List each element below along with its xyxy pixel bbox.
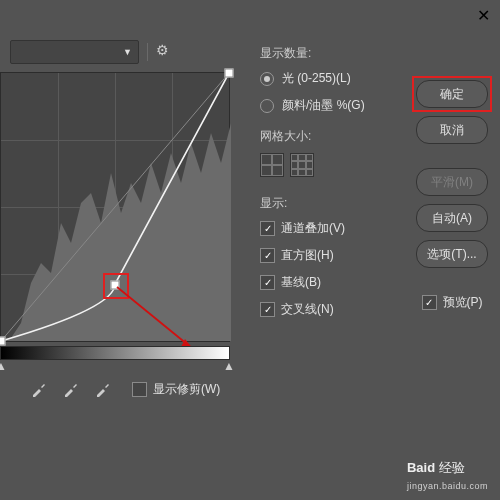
preview-checkbox[interactable]: 预览(P) [422,294,483,311]
checkbox-icon [260,221,275,236]
eyedropper-row: 显示修剪(W) [0,360,240,398]
svg-line-0 [1,73,229,341]
preset-dropdown[interactable]: ▼ [10,40,139,64]
radio-icon [260,72,274,86]
ok-button[interactable]: 确定 [416,80,488,108]
watermark-url: jingyan.baidu.com [407,481,488,491]
curve-toolbar: ▼ ⚙ [0,40,240,72]
radio-pigment-label: 颜料/油墨 %(G) [282,97,365,114]
cb-label: 通道叠加(V) [281,220,345,237]
cb-label: 直方图(H) [281,247,334,264]
cb-label: 基线(B) [281,274,321,291]
curve-point-start[interactable] [0,337,6,346]
input-gradient[interactable]: ▲ ▲ [0,346,230,360]
curve-point-end[interactable] [225,69,234,78]
watermark: Baid 经验 jingyan.baidu.com [407,459,488,492]
button-column: 确定 取消 平滑(M) 自动(A) 选项(T)... 预览(P) [416,80,488,311]
curve-graph[interactable] [0,72,230,342]
show-clipping-label: 显示修剪(W) [153,381,220,398]
gear-icon[interactable]: ⚙ [156,42,169,58]
checkbox-icon [132,382,147,397]
eyedropper-gray-icon[interactable] [62,380,80,398]
checkbox-icon [260,248,275,263]
watermark-brand: Baid [407,460,435,475]
curves-dialog: ▼ ⚙ [0,30,500,470]
smooth-button[interactable]: 平滑(M) [416,168,488,196]
left-panel: ▼ ⚙ [0,30,240,470]
watermark-brand2: 经验 [439,460,465,475]
grid-9-icon[interactable] [290,153,314,177]
auto-button[interactable]: 自动(A) [416,204,488,232]
curve-point-mid[interactable] [111,280,120,289]
radio-icon [260,99,274,113]
slider-black[interactable]: ▲ [0,359,7,373]
cancel-button[interactable]: 取消 [416,116,488,144]
checkbox-icon [422,295,437,310]
close-icon[interactable]: ✕ [477,6,490,25]
slider-white[interactable]: ▲ [223,359,235,373]
eyedropper-black-icon[interactable] [30,380,48,398]
curve-line [1,73,229,341]
cb-label: 交叉线(N) [281,301,334,318]
checkbox-icon [260,302,275,317]
preview-label: 预览(P) [443,294,483,311]
chevron-down-icon: ▼ [123,47,132,57]
titlebar: ✕ [0,0,500,31]
eyedropper-white-icon[interactable] [94,380,112,398]
show-clipping-checkbox[interactable]: 显示修剪(W) [132,381,220,398]
radio-light-label: 光 (0-255)(L) [282,70,351,87]
checkbox-icon [260,275,275,290]
display-qty-label: 显示数量: [260,45,490,62]
options-button[interactable]: 选项(T)... [416,240,488,268]
grid-4-icon[interactable] [260,153,284,177]
divider [147,43,148,61]
